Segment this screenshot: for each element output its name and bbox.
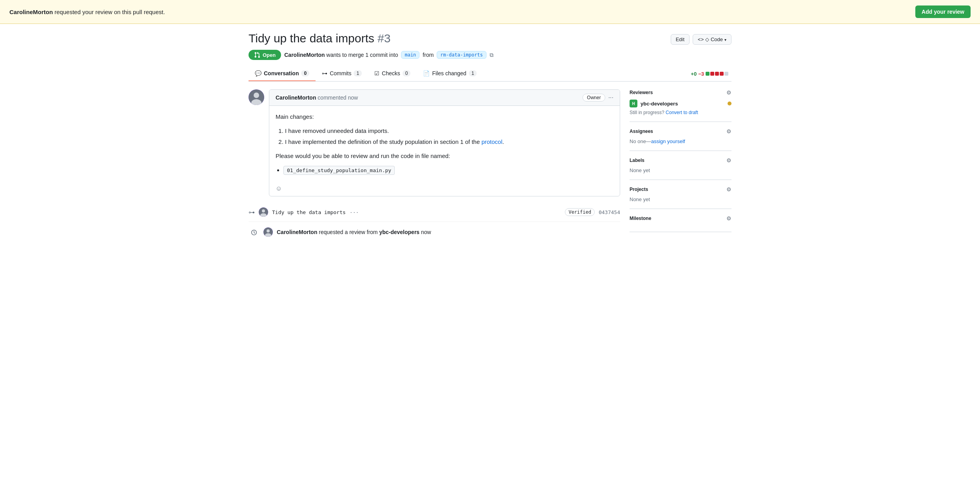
commit-more-icon[interactable]: ··· <box>350 209 359 215</box>
commit-hash[interactable]: 0437454 <box>599 209 620 215</box>
diff-bar <box>706 72 728 76</box>
projects-none: None yet <box>630 196 731 202</box>
still-in-progress-text: Still in progress? <box>630 110 664 115</box>
pr-title-row: Tidy up the data imports #3 Edit <> ◇ Co… <box>249 32 731 45</box>
tab-files-changed[interactable]: 📄 Files changed 1 <box>417 66 483 81</box>
labels-none: None yet <box>630 167 731 173</box>
checks-label: Checks <box>382 70 400 76</box>
labels-gear-icon[interactable]: ⚙ <box>726 157 731 163</box>
activity-time: now <box>421 229 431 235</box>
comment-author: CarolineMorton <box>276 94 316 101</box>
checks-icon: ☑ <box>374 70 379 76</box>
tab-commits[interactable]: ⊶ Commits 1 <box>316 66 368 81</box>
review-request-icon <box>249 227 260 238</box>
comment-time: commented now <box>318 94 358 101</box>
comment-header-right: Owner ··· <box>583 94 613 102</box>
pr-number: #3 <box>377 32 390 45</box>
files-changed-count: 1 <box>469 70 477 76</box>
emoji-button[interactable]: ☺ <box>276 185 282 192</box>
sidebar-milestone-section: Milestone ⚙ <box>630 209 731 232</box>
activity-author: CarolineMorton <box>277 229 317 235</box>
comment-body: Main changes: I have removed unneeded da… <box>269 106 620 181</box>
conversation-icon: 💬 <box>255 70 261 76</box>
diff-bar-seg-4 <box>720 72 724 76</box>
reviewers-gear-icon[interactable]: ⚙ <box>726 89 731 96</box>
svg-point-1 <box>254 93 259 98</box>
chevron-down-icon <box>724 36 726 42</box>
pr-title-text: Tidy up the data imports <box>249 32 374 45</box>
compare-branch-tag[interactable]: rm-data-imports <box>437 51 486 59</box>
comment-list-item-2: I have implemented the definition of the… <box>285 137 613 147</box>
activity-pre-text: requested a review from <box>319 229 379 235</box>
diff-stats: +0 −3 <box>691 71 731 77</box>
more-options-icon[interactable]: ··· <box>608 94 613 101</box>
review-status-dot <box>728 102 731 105</box>
activity-text: CarolineMorton requested a review from y… <box>277 229 431 235</box>
verified-badge: Verified <box>565 208 595 216</box>
base-branch-tag[interactable]: main <box>401 51 419 59</box>
comment-header: CarolineMorton commented now Owner ··· <box>269 90 620 106</box>
commit-message: Tidy up the data imports <box>272 209 346 215</box>
comment-list: I have removed unneeded data imports. I … <box>285 126 613 147</box>
add-review-button[interactable]: Add your review <box>915 5 971 18</box>
pr-title-actions: Edit <> ◇ Code <box>671 34 731 45</box>
from-text: from <box>423 52 434 58</box>
assignees-gear-icon[interactable]: ⚙ <box>726 128 731 134</box>
notification-bar: CarolineMorton requested your review on … <box>0 0 980 24</box>
edit-button[interactable]: Edit <box>671 34 690 45</box>
comment-file-list: 01_define_study_population_main.py <box>283 165 613 175</box>
copy-icon[interactable]: ⧉ <box>490 52 494 58</box>
milestone-gear-icon[interactable]: ⚙ <box>726 215 731 222</box>
assign-yourself-link[interactable]: assign yourself <box>651 138 685 144</box>
sidebar-projects-section: Projects ⚙ None yet <box>630 180 731 209</box>
avatar <box>249 89 264 105</box>
assignees-title: Assignees <box>630 129 653 134</box>
diff-bar-seg-2 <box>710 72 714 76</box>
files-icon: 📄 <box>423 70 430 76</box>
reviewers-title: Reviewers <box>630 90 653 95</box>
comment-card: CarolineMorton commented now Owner ··· M… <box>269 89 620 196</box>
convert-draft-text: Still in progress? Convert to draft <box>630 110 731 115</box>
content-layout: CarolineMorton commented now Owner ··· M… <box>249 89 731 242</box>
commit-line: ⊶ Tidy up the data imports ··· Verified … <box>249 203 620 222</box>
tab-conversation[interactable]: 💬 Conversation 0 <box>249 66 316 81</box>
pr-title: Tidy up the data imports #3 <box>249 32 390 45</box>
milestone-title: Milestone <box>630 216 651 221</box>
code-button[interactable]: <> ◇ Code <box>693 34 731 45</box>
code-label: ◇ Code <box>705 36 723 42</box>
projects-title: Projects <box>630 187 648 192</box>
pr-meta-row: Open CarolineMorton wants to merge 1 com… <box>249 50 731 60</box>
activity-reviewer: ybc-developers <box>379 229 419 235</box>
checks-count: 0 <box>403 70 411 76</box>
commit-avatar <box>259 207 268 217</box>
activity-avatar <box>263 227 273 237</box>
sidebar-assignees-section: Assignees ⚙ No one—assign yourself <box>630 122 731 151</box>
sidebar: Reviewers ⚙ H ybc-developers Still in pr… <box>630 89 731 242</box>
reviewer-avatar: H <box>630 100 637 107</box>
notification-author: CarolineMorton <box>9 9 53 15</box>
comment-request: Please would you be able to review and r… <box>276 151 613 161</box>
commit-branch-icon: ⊶ <box>249 209 255 216</box>
tab-checks[interactable]: ☑ Checks 0 <box>368 66 417 81</box>
conversation-label: Conversation <box>264 70 299 76</box>
diff-deletions: −3 <box>698 71 704 77</box>
protocol-link[interactable]: protocol <box>481 138 502 145</box>
reviewer-name: ybc-developers <box>641 101 678 107</box>
commits-icon: ⊶ <box>322 70 327 76</box>
open-badge-label: Open <box>263 52 276 58</box>
owner-badge: Owner <box>583 94 605 102</box>
svg-point-4 <box>262 209 265 212</box>
comment-file-item: 01_define_study_population_main.py <box>283 165 613 175</box>
assignees-none: No one—assign yourself <box>630 138 731 144</box>
labels-header: Labels ⚙ <box>630 157 731 163</box>
conversation-count: 0 <box>301 70 309 76</box>
pr-icon <box>254 52 260 58</box>
comment-list-item-1: I have removed unneeded data imports. <box>285 126 613 136</box>
comment-footer: ☺ <box>269 181 620 196</box>
tabs-row: 💬 Conversation 0 ⊶ Commits 1 ☑ Checks 0 … <box>249 66 731 82</box>
code-file: 01_define_study_population_main.py <box>283 166 395 175</box>
projects-gear-icon[interactable]: ⚙ <box>726 186 731 193</box>
pr-author: CarolineMorton wants to merge 1 commit i… <box>284 52 398 58</box>
open-badge: Open <box>249 50 281 60</box>
convert-to-draft-link[interactable]: Convert to draft <box>666 110 698 115</box>
